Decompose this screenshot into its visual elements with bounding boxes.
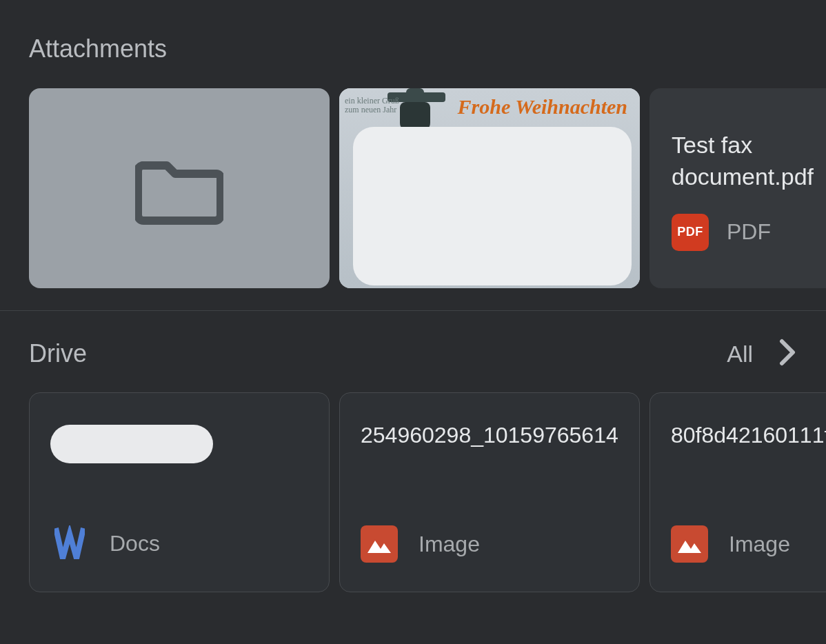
doc-meta-row: Docs — [50, 524, 160, 563]
drive-image-tile[interactable]: 80f8d42160111f9c28bfe Image — [649, 392, 826, 592]
image-type-label: Image — [729, 532, 790, 557]
chevron-right-icon — [778, 339, 797, 369]
pdf-type-label: PDF — [727, 219, 771, 245]
attachment-pdf-tile[interactable]: Test fax document.pdf PDF PDF — [649, 88, 826, 288]
image-small-text: ein kleiner Gruß zum neuen Jahr — [345, 97, 407, 114]
image-caption: Frohe Weihnachten — [458, 95, 627, 119]
drive-filter[interactable]: All — [727, 339, 797, 369]
pdf-title-line2: document.pdf — [672, 161, 826, 193]
drive-doc-tile[interactable]: Docs — [29, 392, 330, 592]
attachments-row: ein kleiner Gruß zum neuen Jahr Frohe We… — [0, 63, 826, 288]
folder-icon — [135, 149, 223, 228]
drive-filter-label: All — [727, 341, 753, 368]
drive-image-tile[interactable]: 254960298_10159765614114446_... Image — [339, 392, 640, 592]
drive-heading: Drive — [29, 339, 87, 368]
drive-item-title: 80f8d42160111f9c28bfe — [671, 421, 826, 483]
drive-item-title: 254960298_10159765614114446_... — [361, 421, 618, 483]
docs-icon — [50, 524, 89, 563]
redacted-title — [50, 425, 213, 463]
drive-header: Drive All — [0, 311, 826, 369]
attachments-heading: Attachments — [0, 0, 826, 63]
image-meta-row: Image — [361, 525, 480, 563]
image-inner-card — [353, 127, 632, 285]
attachment-image-tile[interactable]: ein kleiner Gruß zum neuen Jahr Frohe We… — [339, 88, 640, 288]
image-icon — [361, 525, 398, 563]
pdf-title-line1: Test fax — [672, 130, 826, 161]
pdf-meta-row: PDF PDF — [672, 214, 826, 251]
image-type-label: Image — [419, 532, 480, 557]
image-meta-row: Image — [671, 525, 790, 563]
image-icon — [671, 525, 708, 563]
doc-type-label: Docs — [110, 531, 160, 556]
attachment-folder-tile[interactable] — [29, 88, 330, 288]
drive-row: Docs 254960298_10159765614114446_... Ima… — [0, 369, 826, 592]
pdf-icon: PDF — [672, 214, 709, 251]
